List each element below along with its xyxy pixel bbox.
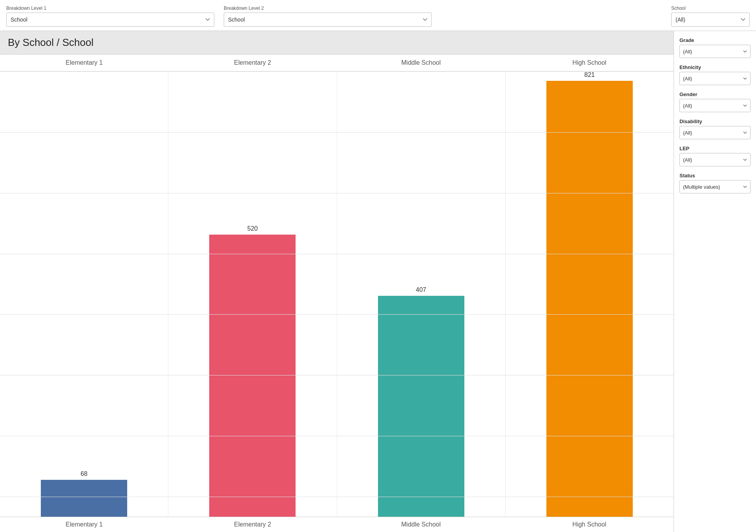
school-filter-select[interactable]: (All) (671, 13, 750, 27)
gender-filter: Gender (All) (679, 91, 751, 112)
ethnicity-filter: Ethnicity (All) (679, 64, 751, 85)
chart-title: By School / School (0, 31, 674, 55)
bottom-label-1: Elementary 1 (0, 521, 168, 528)
col-header-elementary2: Elementary 2 (168, 59, 337, 66)
col-header-middle: Middle School (337, 59, 505, 66)
lep-select[interactable]: (All) (679, 153, 751, 166)
content-area: By School / School Elementary 1 Elementa… (0, 31, 756, 532)
bottom-label-2: Elementary 2 (168, 521, 337, 528)
bar-3 (378, 296, 464, 517)
grade-filter: Grade (All) (679, 37, 751, 58)
breakdown-level-2-label: Breakdown Level 2 (224, 5, 432, 11)
status-select[interactable]: (Multiple values) (679, 180, 751, 193)
breakdown-level-1-select[interactable]: School (6, 13, 214, 27)
school-filter-group: School (All) (671, 5, 750, 27)
bar-col-3: 407 (337, 71, 506, 517)
column-headers: Elementary 1 Elementary 2 Middle School … (0, 55, 674, 71)
bottom-labels: Elementary 1 Elementary 2 Middle School … (0, 517, 674, 532)
gender-select[interactable]: (All) (679, 99, 751, 112)
top-bar: Breakdown Level 1 School Breakdown Level… (0, 0, 756, 31)
chart-wrapper: 68 520 407 821 (0, 71, 674, 532)
bottom-label-3: Middle School (337, 521, 505, 528)
bottom-label-4: High School (505, 521, 674, 528)
bar-value-3: 407 (416, 286, 426, 293)
breakdown-level-1-group: Breakdown Level 1 School (6, 5, 214, 27)
bar-1 (41, 480, 127, 517)
bar-value-2: 520 (247, 225, 258, 232)
disability-select[interactable]: (All) (679, 126, 751, 139)
grade-label: Grade (679, 37, 751, 43)
ethnicity-select[interactable]: (All) (679, 72, 751, 85)
gender-label: Gender (679, 91, 751, 97)
status-label: Status (679, 173, 751, 179)
grade-select[interactable]: (All) (679, 45, 751, 58)
bar-value-4: 821 (584, 71, 595, 78)
bar-col-2: 520 (168, 71, 337, 517)
col-header-elementary1: Elementary 1 (0, 59, 168, 66)
lep-filter: LEP (All) (679, 146, 751, 166)
breakdown-level-2-select[interactable]: School (224, 13, 432, 27)
bars-section: 68 520 407 821 (0, 71, 674, 517)
chart-section: By School / School Elementary 1 Elementa… (0, 31, 674, 532)
ethnicity-label: Ethnicity (679, 64, 751, 70)
bar-col-4: 821 (506, 71, 674, 517)
bar-value-1: 68 (80, 470, 88, 477)
disability-label: Disability (679, 118, 751, 124)
bars-row: 68 520 407 821 (0, 71, 674, 517)
breakdown-level-1-label: Breakdown Level 1 (6, 5, 214, 11)
col-header-high: High School (505, 59, 674, 66)
right-sidebar: Grade (All) Ethnicity (All) Gender (All)… (674, 31, 756, 532)
status-filter: Status (Multiple values) (679, 173, 751, 193)
breakdown-level-2-group: Breakdown Level 2 School (224, 5, 432, 27)
disability-filter: Disability (All) (679, 118, 751, 139)
bar-col-1: 68 (0, 71, 168, 517)
bar-4 (546, 81, 633, 517)
school-filter-label: School (671, 5, 750, 11)
bar-2 (209, 235, 296, 517)
lep-label: LEP (679, 146, 751, 151)
